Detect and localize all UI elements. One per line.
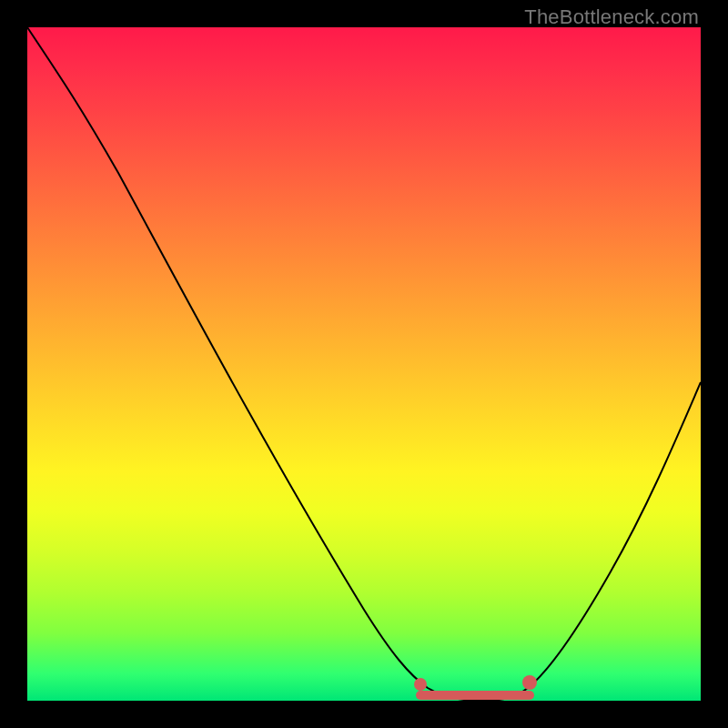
curve-svg [27, 27, 701, 701]
chart-container: TheBottleneck.com [0, 0, 728, 728]
bottleneck-curve [27, 27, 701, 701]
watermark-text: TheBottleneck.com [524, 5, 699, 29]
optimal-start-dot [414, 678, 427, 691]
plot-area [27, 27, 701, 701]
optimal-end-dot [522, 675, 537, 690]
